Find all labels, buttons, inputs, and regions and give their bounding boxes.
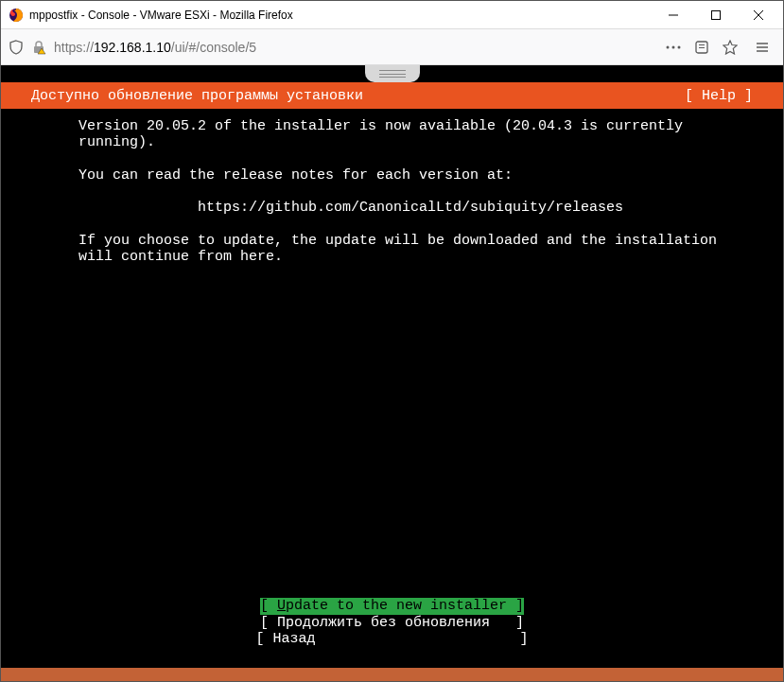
url-field[interactable]: https://192.168.1.10/ui/#/console/5 [54, 40, 658, 55]
firefox-icon [9, 8, 24, 23]
help-button[interactable]: [ Help ] [685, 88, 753, 104]
menu-back[interactable]: [ Назад ] [255, 631, 528, 647]
release-notes-url: https://github.com/CanonicalLtd/subiquit… [198, 200, 623, 216]
pull-down-handle[interactable] [365, 65, 420, 82]
url-path: /ui/#/console/5 [171, 40, 256, 55]
page-actions-icon[interactable] [666, 40, 681, 55]
installer-menu: [ Update to the new installer ] [ Продол… [1, 598, 783, 647]
minimize-button[interactable] [652, 1, 694, 28]
menu-continue-without-update[interactable]: [ Продолжить без обновления ] [260, 615, 524, 631]
console-viewport[interactable]: Доступно обновление программы установки … [1, 65, 783, 681]
grip-lines-icon [379, 70, 406, 78]
body-line: Version 20.05.2 of the installer is now … [78, 118, 683, 134]
svg-rect-11 [699, 47, 705, 48]
bookmark-star-icon[interactable] [723, 40, 738, 55]
console-top-bar [1, 65, 783, 82]
window-title: mppostfix - Console - VMware ESXi - Mozi… [29, 9, 652, 22]
window-controls [652, 1, 779, 28]
body-line: running). [78, 134, 155, 150]
addressbar-actions [666, 40, 741, 55]
titlebar: mppostfix - Console - VMware ESXi - Mozi… [1, 1, 783, 29]
body-line: You can read the release notes for each … [78, 167, 513, 184]
close-button[interactable] [737, 1, 779, 28]
tracking-shield-icon[interactable] [9, 40, 24, 55]
installer-body: Version 20.05.2 of the installer is now … [1, 109, 783, 668]
body-line: If you choose to update, the update will… [78, 233, 717, 249]
url-host: 192.168.1.10 [94, 40, 171, 55]
svg-point-8 [678, 45, 681, 48]
installer-header-title: Доступно обновление программы установки [31, 88, 363, 104]
maximize-button[interactable] [694, 1, 737, 28]
lock-warning-icon[interactable] [31, 40, 46, 55]
hamburger-menu-button[interactable] [749, 34, 775, 61]
svg-point-7 [672, 45, 675, 48]
svg-rect-2 [711, 10, 720, 19]
address-bar: https://192.168.1.10/ui/#/console/5 [1, 29, 783, 65]
installer-header: Доступно обновление программы установки … [1, 82, 783, 109]
svg-point-6 [667, 45, 670, 48]
body-line: will continue from here. [78, 249, 283, 265]
installer-footer-strip [1, 668, 783, 681]
svg-rect-10 [699, 44, 705, 45]
menu-update-installer[interactable]: [ Update to the new installer ] [260, 598, 524, 614]
reader-mode-icon[interactable] [694, 40, 709, 55]
url-scheme: https:// [54, 40, 94, 55]
